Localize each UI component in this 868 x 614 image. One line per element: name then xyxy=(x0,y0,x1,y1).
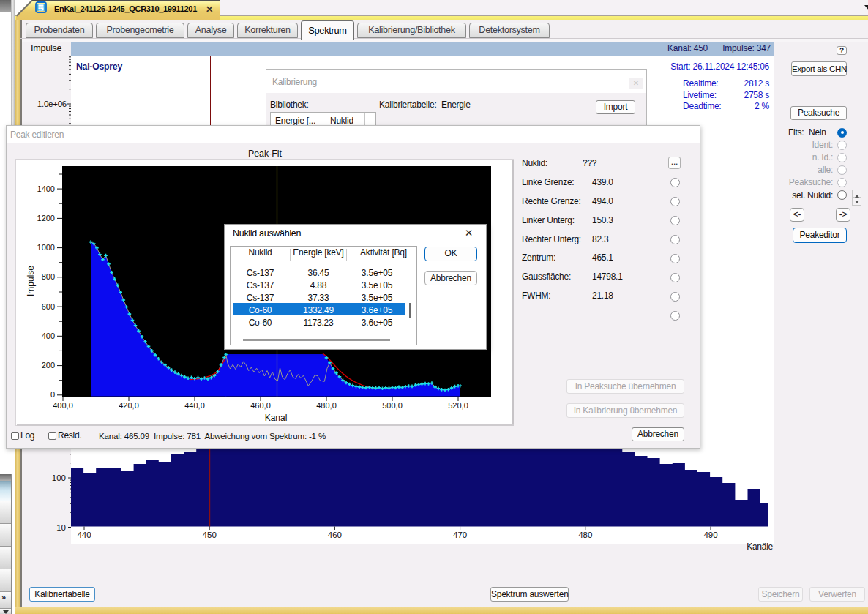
svg-text:470: 470 xyxy=(453,531,467,539)
svg-text:1400: 1400 xyxy=(37,184,55,193)
svg-text:0: 0 xyxy=(50,390,55,399)
svg-text:1200: 1200 xyxy=(37,214,55,222)
svg-text:400: 400 xyxy=(42,332,55,340)
svg-text:400,0: 400,0 xyxy=(53,401,73,410)
svg-text:420,0: 420,0 xyxy=(119,401,139,410)
svg-text:460: 460 xyxy=(328,531,342,539)
svg-text:Kanal: Kanal xyxy=(265,413,288,423)
svg-text:460,0: 460,0 xyxy=(250,401,271,410)
svg-text:440: 440 xyxy=(77,531,91,539)
svg-text:600: 600 xyxy=(42,302,55,311)
svg-text:100: 100 xyxy=(52,473,66,482)
svg-text:10: 10 xyxy=(56,523,66,532)
svg-text:1000: 1000 xyxy=(37,243,55,252)
svg-text:500,0: 500,0 xyxy=(382,401,403,410)
svg-text:Impulse: Impulse xyxy=(26,266,36,296)
svg-text:440,0: 440,0 xyxy=(184,401,205,410)
svg-text:490: 490 xyxy=(703,531,717,539)
svg-text:480,0: 480,0 xyxy=(316,401,337,410)
svg-text:480: 480 xyxy=(578,531,592,539)
svg-text:450: 450 xyxy=(203,531,217,539)
svg-text:520,0: 520,0 xyxy=(448,401,468,410)
svg-text:800: 800 xyxy=(42,272,55,281)
svg-text:200: 200 xyxy=(42,361,55,370)
